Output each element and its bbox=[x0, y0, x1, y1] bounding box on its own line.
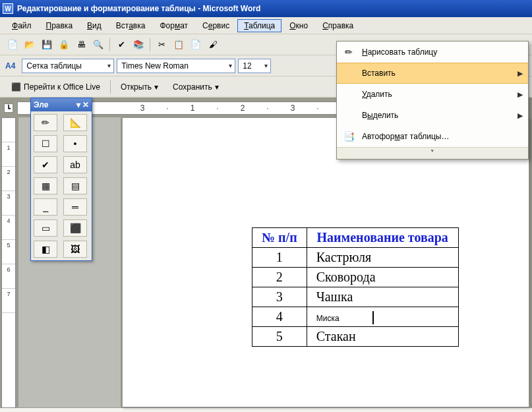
table-header-row: № п/п Наименование товара bbox=[252, 228, 459, 248]
pencil-icon: ✏ bbox=[342, 45, 355, 59]
header-name[interactable]: Наименование товара bbox=[307, 228, 458, 248]
menu-draw-table[interactable]: ✏ Нарисовать таблицу bbox=[337, 42, 528, 63]
titlebar: W Редактирование и форматирование таблиц… bbox=[0, 0, 532, 17]
window-title: Редактирование и форматирование таблицы … bbox=[17, 4, 260, 13]
menu-view[interactable]: Вид bbox=[80, 19, 108, 32]
font-combo[interactable]: Times New Roman bbox=[117, 59, 235, 73]
tool-fill[interactable]: ⬛ bbox=[63, 220, 87, 237]
menu-table[interactable]: Таблица bbox=[237, 19, 281, 32]
tool-pencil[interactable]: ✏ bbox=[34, 114, 57, 131]
style-indicator: A4 bbox=[5, 61, 15, 71]
menu-select-table[interactable]: Выделить ▶ bbox=[337, 105, 528, 126]
copy-button[interactable]: 📋 bbox=[171, 38, 186, 52]
submenu-arrow-icon: ▶ bbox=[517, 111, 523, 120]
app-icon: W bbox=[3, 3, 13, 14]
table-menu-dropdown: ✏ Нарисовать таблицу Вставить ▶ Удалить … bbox=[336, 41, 529, 160]
tool-line2[interactable]: ═ bbox=[63, 198, 87, 216]
tool-box[interactable]: ☐ bbox=[34, 135, 57, 152]
new-doc-button[interactable]: 📄 bbox=[5, 38, 20, 52]
research-button[interactable]: 📚 bbox=[131, 38, 146, 52]
perm-button[interactable]: 🔒 bbox=[57, 38, 71, 52]
officelive-go[interactable]: ⬛ Перейти к Office Live bbox=[5, 80, 106, 94]
fontsize-combo[interactable]: 12 bbox=[238, 59, 271, 73]
header-num[interactable]: № п/п bbox=[252, 228, 307, 248]
menu-file[interactable]: Файл bbox=[5, 19, 38, 32]
vertical-ruler[interactable]: 1 2 3 4 5 6 7 bbox=[1, 117, 16, 408]
open-button[interactable]: 📂 bbox=[22, 38, 37, 52]
toolbox-header[interactable]: Эле ▾ ✕ bbox=[31, 98, 92, 111]
table-row: 1Кастрюля bbox=[252, 248, 459, 268]
controls-toolbox[interactable]: Эле ▾ ✕ ✏ 📐 ☐ • ✔ ab ▦ ▤ ⎯ ═ ▭ ⬛ ◧ 🖼 bbox=[30, 98, 92, 261]
officelive-icon: ⬛ bbox=[11, 82, 21, 92]
menu-expand[interactable]: ˅ bbox=[337, 147, 528, 159]
table-row: 2Сковорода bbox=[252, 268, 459, 287]
tool-line1[interactable]: ⎯ bbox=[34, 198, 57, 216]
spellcheck-button[interactable]: ✔ bbox=[114, 38, 129, 52]
submenu-arrow-icon: ▶ bbox=[517, 90, 523, 99]
menu-insert-table[interactable]: Вставить ▶ bbox=[337, 63, 528, 84]
submenu-arrow-icon: ▶ bbox=[517, 69, 523, 78]
style-combo[interactable]: Сетка таблицы bbox=[22, 59, 114, 73]
menu-format[interactable]: Формат bbox=[153, 19, 194, 32]
tool-checkbox[interactable]: ✔ bbox=[34, 156, 57, 173]
save-button[interactable]: 💾 bbox=[40, 38, 54, 52]
print-button[interactable]: 🖶 bbox=[74, 38, 88, 52]
tool-grid2[interactable]: ▤ bbox=[63, 177, 87, 194]
table-row: 5Стакан bbox=[252, 327, 459, 347]
close-icon[interactable]: ✕ bbox=[82, 100, 89, 109]
paste-button[interactable]: 📄 bbox=[189, 38, 203, 52]
tool-textbox[interactable]: ab bbox=[63, 156, 87, 173]
tool-dot[interactable]: • bbox=[63, 135, 87, 152]
table-row: 4Миска bbox=[252, 307, 459, 327]
tab-selector[interactable]: ┗ bbox=[4, 103, 13, 113]
menu-insert[interactable]: Вставка bbox=[109, 19, 152, 32]
tool-gradient[interactable]: ◧ bbox=[34, 241, 57, 258]
tool-grid1[interactable]: ▦ bbox=[34, 177, 57, 194]
preview-button[interactable]: 🔍 bbox=[91, 38, 105, 52]
menu-edit[interactable]: Правка bbox=[40, 19, 80, 32]
officelive-open[interactable]: Открыть ▾ bbox=[115, 80, 164, 94]
tool-image[interactable]: 🖼 bbox=[63, 241, 87, 258]
menu-help[interactable]: Справка bbox=[316, 19, 360, 32]
officelive-save[interactable]: Сохранить ▾ bbox=[167, 80, 225, 94]
table-row: 3Чашка bbox=[252, 287, 459, 307]
cut-button[interactable]: ✂ bbox=[154, 38, 169, 52]
menu-autoformat-table[interactable]: 📑 Автоформат таблицы… bbox=[337, 126, 528, 147]
text-caret bbox=[372, 311, 374, 324]
menu-delete-table[interactable]: Удалить ▶ bbox=[337, 84, 528, 105]
menu-window[interactable]: Окно bbox=[283, 19, 314, 32]
menubar: Файл Правка Вид Вставка Формат Сервис Та… bbox=[0, 17, 532, 34]
document-table[interactable]: № п/п Наименование товара 1Кастрюля 2Ско… bbox=[252, 227, 459, 347]
tool-rect[interactable]: ▭ bbox=[34, 220, 57, 237]
format-painter-button[interactable]: 🖌 bbox=[206, 38, 220, 52]
autoformat-icon: 📑 bbox=[342, 130, 355, 143]
menu-service[interactable]: Сервис bbox=[196, 19, 236, 32]
tool-ruler[interactable]: 📐 bbox=[63, 114, 87, 131]
